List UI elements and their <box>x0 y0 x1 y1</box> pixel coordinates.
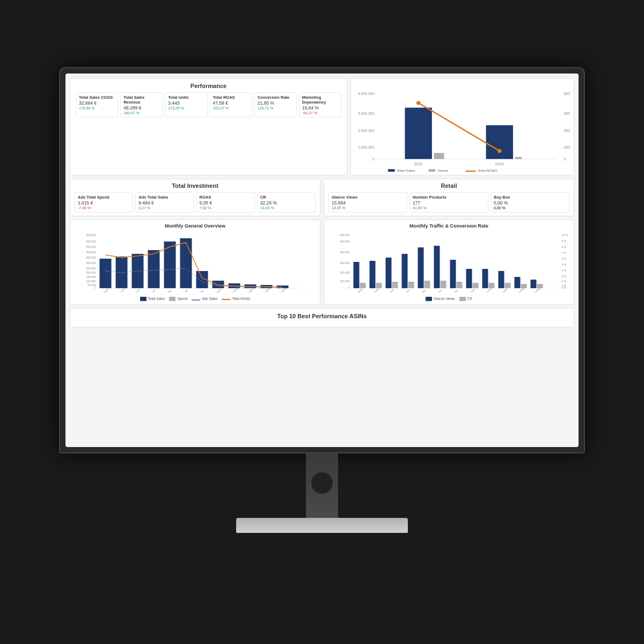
metric-value-revenue: 48.289 € <box>123 105 159 111</box>
svg-text:March: March <box>133 288 141 292</box>
legend-ads-sales: Ads Sales <box>192 297 217 301</box>
metric-label-units: Total Units <box>168 95 204 100</box>
traffic-bar-dec-navy <box>531 280 537 288</box>
metric-ads-spend: Ads Total Spend 1.015 € -7,08 % <box>75 192 133 213</box>
monthly-overview-svg: 600.000 500.000 450.000 400.000 350.000 … <box>75 231 316 292</box>
metric-conversion-rate: Conversion Rate 21,95 % 129,72 % <box>254 92 297 118</box>
metric-label-roas: Total ROAS <box>213 95 249 100</box>
metric-change-products: 41,60 % <box>413 206 485 210</box>
metric-value-ads-spend: 1.015 € <box>78 200 130 206</box>
performance-section: Performance Total Sales COGS 32.664 € 17… <box>70 78 574 175</box>
svg-text:5 %: 5 % <box>562 263 567 266</box>
legend-cr: CR <box>459 297 472 301</box>
metric-label-buybox: Buy Box <box>494 195 566 200</box>
svg-text:2022: 2022 <box>414 162 423 166</box>
retail-title: Retail <box>328 182 569 189</box>
metric-glance-views: Glance Views 15.684 18,95 % <box>328 192 407 213</box>
svg-text:400.000: 400.000 <box>86 251 96 254</box>
traffic-bar-may-gray <box>425 281 430 288</box>
traffic-bar-mar-navy <box>386 258 392 288</box>
monitor-screen: Performance Total Sales COGS 32.664 € 17… <box>65 74 579 447</box>
metric-value-md: 19,64 % <box>302 105 338 111</box>
metric-value-cr-inv: 32,29 % <box>260 200 312 206</box>
svg-text:600: 600 <box>564 112 570 115</box>
metric-ads-sales: Ads Total Sales 9.484 € 0,27 % <box>135 192 194 213</box>
performance-metrics-grid: Total Sales COGS 32.664 € 179,98 % Total… <box>76 92 341 118</box>
roas-point-2023 <box>497 149 502 153</box>
svg-text:600.000: 600.000 <box>340 233 349 237</box>
charts-section: Monthly General Overview 600.000 500.000… <box>70 219 574 305</box>
svg-text:300.000: 300.000 <box>340 261 349 265</box>
bar-aug <box>213 281 224 288</box>
svg-text:9 %: 9 % <box>562 239 567 243</box>
svg-text:6 %: 6 % <box>562 257 567 260</box>
legend-spend: Spend <box>169 297 187 301</box>
bar-2022-sales <box>405 108 431 159</box>
monitor-body: Performance Total Sales COGS 32.664 € 17… <box>59 67 585 453</box>
metric-change-ads-spend: -7,08 % <box>78 206 130 210</box>
traffic-bar-jul-gray <box>457 282 463 288</box>
svg-text:400: 400 <box>564 129 570 133</box>
svg-text:May: May <box>166 288 172 292</box>
svg-text:200.000: 200.000 <box>340 271 349 274</box>
metric-change-roas-inv: 7,92 % <box>200 206 252 210</box>
retail-metrics-grid: Glance Views 15.684 18,95 % Number Produ… <box>328 192 569 213</box>
svg-text:0: 0 <box>564 157 566 161</box>
top-asins-section: Top 10 Best Performance ASINs <box>70 308 574 327</box>
svg-text:450.000: 450.000 <box>86 245 96 248</box>
metric-label-revenue: Total Sales Revenue <box>123 95 159 105</box>
legend-total-roas: Total ROAS <box>222 297 250 301</box>
metric-value-ads-sales: 9.484 € <box>138 200 191 206</box>
svg-text:600.000: 600.000 <box>86 233 96 237</box>
svg-text:0 %: 0 % <box>562 286 567 289</box>
bar-jan <box>100 259 112 288</box>
metric-change-cogs: 179,98 % <box>79 106 115 110</box>
monthly-traffic-chart: Monthly Traffic & Conversion Rate 600.00… <box>324 219 574 305</box>
metric-value-cogs: 32.664 € <box>79 100 115 106</box>
traffic-bar-apr-gray <box>408 282 414 288</box>
traffic-bar-jun-navy <box>434 246 440 288</box>
metric-label-cr-inv: CR <box>260 195 312 200</box>
svg-text:April: April <box>404 289 409 292</box>
svg-rect-15 <box>429 169 436 172</box>
bar-2023-sales <box>486 125 513 159</box>
metric-label-cogs: Total Sales COGS <box>79 95 115 100</box>
svg-text:10 %: 10 % <box>562 233 568 237</box>
perf-chart-svg: 4.000.000 3.000.000 2.000.000 1.000.000 … <box>354 82 570 172</box>
top-asins-title: Top 10 Best Performance ASINs <box>76 313 568 319</box>
traffic-bar-aug-navy <box>466 269 472 288</box>
retail-section: Retail Glance Views 15.684 18,95 % Numbe… <box>324 179 574 216</box>
bar-apr <box>148 250 160 288</box>
monthly-overview-title: Monthly General Overview <box>75 223 316 229</box>
bar-jun <box>180 238 192 288</box>
performance-chart: 4.000.000 3.000.000 2.000.000 1.000.000 … <box>350 78 574 175</box>
traffic-bar-jan-navy <box>354 262 360 288</box>
traffic-bar-mar-gray <box>392 282 398 288</box>
svg-text:2023: 2023 <box>495 162 504 166</box>
svg-text:300.000: 300.000 <box>86 261 96 265</box>
metric-change-glance: 18,95 % <box>332 206 404 210</box>
svg-text:March: March <box>387 288 394 292</box>
metric-marketing-dependency: Marketing Dependency 19,64 % -64,27 % <box>299 92 341 118</box>
svg-text:500.000: 500.000 <box>86 240 96 243</box>
svg-text:0: 0 <box>348 286 350 289</box>
metric-value-roas-inv: 9,35 € <box>200 200 252 206</box>
traffic-bar-nov-navy <box>515 277 521 288</box>
metric-label-md: Marketing Dependency <box>302 95 338 105</box>
middle-section: Total Investment Ads Total Spend 1.015 €… <box>70 179 574 216</box>
metric-total-sales-revenue: Total Sales Revenue 48.289 € 180,67 % <box>120 92 163 118</box>
svg-text:Spend: Spend <box>437 169 448 171</box>
metric-label-glance: Glance Views <box>332 195 404 200</box>
metric-roas: ROAS 9,35 € 7,92 % <box>196 192 255 213</box>
svg-text:May: May <box>420 288 426 292</box>
monthly-overview-chart: Monthly General Overview 600.000 500.000… <box>70 219 320 305</box>
metric-value-cr: 21,95 % <box>258 100 294 106</box>
investment-metrics-grid: Ads Total Spend 1.015 € -7,08 % Ads Tota… <box>75 192 316 213</box>
metric-value-buybox: 0,00 % <box>494 200 566 206</box>
svg-text:3 %: 3 % <box>562 275 567 278</box>
overview-legend: Total Sales Spend Ads Sales Total R <box>75 297 316 301</box>
svg-text:3.000.000: 3.000.000 <box>358 112 375 115</box>
svg-text:100.000: 100.000 <box>340 280 349 283</box>
svg-text:800: 800 <box>564 92 570 96</box>
svg-text:200: 200 <box>564 145 570 149</box>
